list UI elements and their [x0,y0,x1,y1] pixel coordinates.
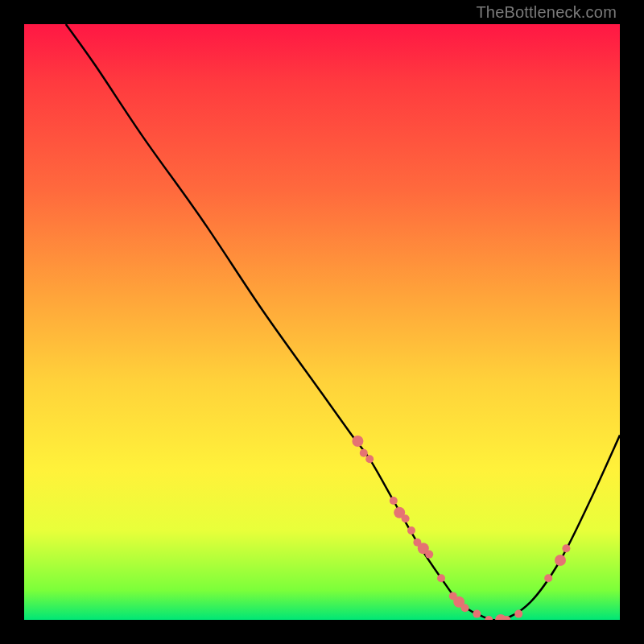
curve-markers [352,436,570,620]
marker-dot [544,574,552,582]
marker-dot [514,610,522,618]
marker-dot [562,544,570,552]
marker-dot [402,514,410,522]
chart-frame [24,24,620,620]
marker-dot [360,449,368,457]
marker-dot [365,455,374,463]
watermark-text: TheBottleneck.com [476,3,617,22]
marker-dot [437,574,445,582]
chart-svg [24,24,620,620]
marker-dot [473,610,481,618]
marker-dot [390,497,398,505]
marker-dot [461,604,469,612]
bottleneck-curve [66,24,620,620]
marker-dot [352,436,363,447]
marker-dot [485,616,493,620]
marker-dot [555,555,566,566]
marker-dot [425,551,433,559]
marker-dot [407,526,415,535]
